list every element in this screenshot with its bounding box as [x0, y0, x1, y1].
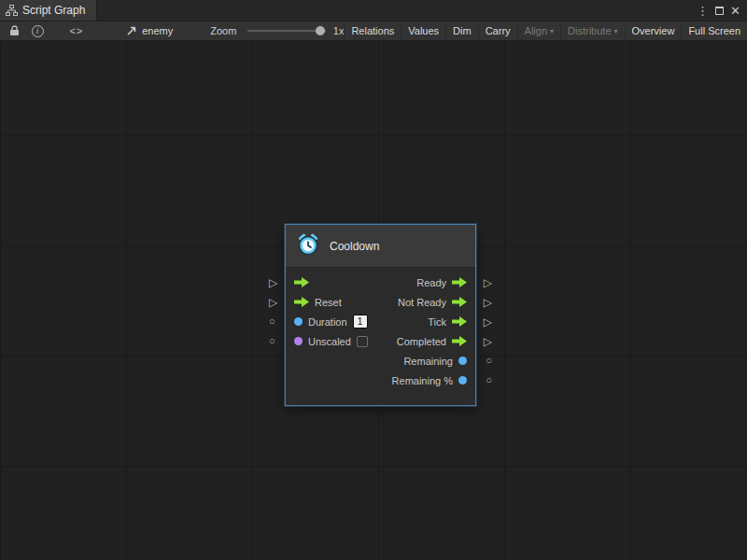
zoom-slider-track [247, 30, 325, 32]
input-unscaled[interactable]: Unscaled [294, 336, 368, 347]
port-label: Tick [428, 316, 446, 328]
alarm-clock-icon [296, 232, 320, 260]
value-input-port[interactable]: ○ [269, 336, 275, 346]
node-body: ▷ Ready ▷ ▷ [286, 268, 475, 405]
graph-canvas[interactable]: Cooldown ▷ Ready ▷ [0, 41, 747, 560]
input-enter[interactable] [294, 277, 309, 287]
align-button: Align ▾ [517, 21, 560, 41]
port-label: Unscaled [308, 336, 351, 347]
info-icon[interactable]: i [30, 21, 46, 41]
port-row: ▷ Ready ▷ [286, 273, 475, 292]
window-titlebar: Script Graph ⋮ ✕ [0, 0, 747, 21]
chevron-down-icon: ▾ [614, 27, 618, 35]
port-row: Remaining % ○ [286, 371, 475, 390]
window-menu-icon[interactable]: ⋮ [697, 5, 709, 17]
graph-toolbar: i <> enemy Zoom 1x Relations Values Dim … [0, 21, 747, 41]
output-not-ready[interactable]: Not Ready [398, 297, 467, 308]
distribute-button: Distribute ▾ [560, 21, 624, 41]
overview-button[interactable]: Overview [625, 21, 682, 41]
output-tick[interactable]: Tick [428, 316, 467, 328]
port-row: ○ Duration Tick ▷ [286, 312, 475, 331]
flow-output-port[interactable]: ▷ [484, 335, 492, 346]
port-label: Duration [308, 316, 347, 328]
port-label: Ready [416, 277, 446, 288]
tab-title: Script Graph [22, 4, 85, 17]
value-port-dot [458, 357, 467, 365]
carry-button[interactable]: Carry [478, 21, 517, 41]
port-row: ○ Unscaled Completed ▷ [286, 331, 475, 351]
output-remaining-percent[interactable]: Remaining % [392, 375, 467, 386]
flow-output-port[interactable]: ▷ [484, 315, 492, 327]
lock-icon[interactable] [7, 21, 22, 41]
zoom-label: Zoom [210, 25, 236, 36]
port-label: Completed [397, 336, 446, 347]
node-header[interactable]: Cooldown [286, 225, 475, 268]
flow-input-port[interactable]: ▷ [269, 296, 277, 307]
value-output-port[interactable]: ○ [486, 375, 492, 385]
toolbar-buttons: Relations Values Dim Carry Align ▾ Distr… [344, 21, 747, 41]
flow-arrow-icon [452, 277, 467, 287]
duration-field[interactable] [353, 315, 368, 329]
code-icon[interactable]: <> [69, 21, 83, 41]
flow-input-port[interactable]: ▷ [269, 276, 277, 287]
window-controls: ⋮ ✕ [697, 5, 747, 17]
port-row: Remaining ○ [286, 351, 475, 371]
output-completed[interactable]: Completed [397, 336, 467, 347]
port-label: Remaining % [392, 375, 453, 386]
flow-output-port[interactable]: ▷ [484, 296, 492, 307]
flow-output-port[interactable]: ▷ [484, 276, 492, 287]
value-port-dot [294, 317, 303, 326]
close-icon[interactable]: ✕ [730, 5, 740, 17]
maximize-icon[interactable] [715, 7, 724, 15]
port-row: ▷ Reset Not Ready ▷ [286, 292, 475, 312]
flow-arrow-icon [452, 297, 467, 307]
output-remaining[interactable]: Remaining [403, 356, 467, 367]
port-label: Remaining [403, 356, 453, 367]
port-label: Not Ready [398, 297, 446, 308]
graph-breadcrumb[interactable]: enemy [126, 25, 173, 36]
tab-script-graph[interactable]: Script Graph [0, 0, 97, 21]
graph-tab-icon [6, 5, 18, 16]
chevron-down-icon: ▾ [550, 27, 554, 35]
value-output-port[interactable]: ○ [486, 356, 492, 366]
port-label: Reset [315, 297, 342, 308]
value-port-dot [458, 376, 467, 385]
value-port-dot [294, 337, 303, 345]
graph-name: enemy [142, 25, 173, 36]
cooldown-node[interactable]: Cooldown ▷ Ready ▷ [285, 224, 476, 406]
node-title: Cooldown [330, 240, 379, 253]
input-reset[interactable]: Reset [294, 297, 342, 308]
unscaled-checkbox[interactable] [357, 336, 368, 347]
input-duration[interactable]: Duration [294, 315, 368, 329]
flow-arrow-icon [452, 316, 467, 327]
flow-arrow-icon [294, 277, 309, 287]
zoom-value: 1x [333, 25, 345, 36]
flow-arrow-icon [452, 336, 467, 346]
value-input-port[interactable]: ○ [269, 316, 275, 327]
relations-button[interactable]: Relations [344, 21, 401, 41]
dim-button[interactable]: Dim [445, 21, 478, 41]
output-ready[interactable]: Ready [416, 277, 467, 288]
zoom-slider-handle[interactable] [316, 26, 325, 35]
script-graph-asset-icon [126, 25, 137, 36]
fullscreen-button[interactable]: Full Screen [681, 21, 747, 41]
values-button[interactable]: Values [401, 21, 445, 41]
zoom-slider[interactable] [247, 21, 325, 41]
flow-arrow-icon [294, 297, 309, 307]
